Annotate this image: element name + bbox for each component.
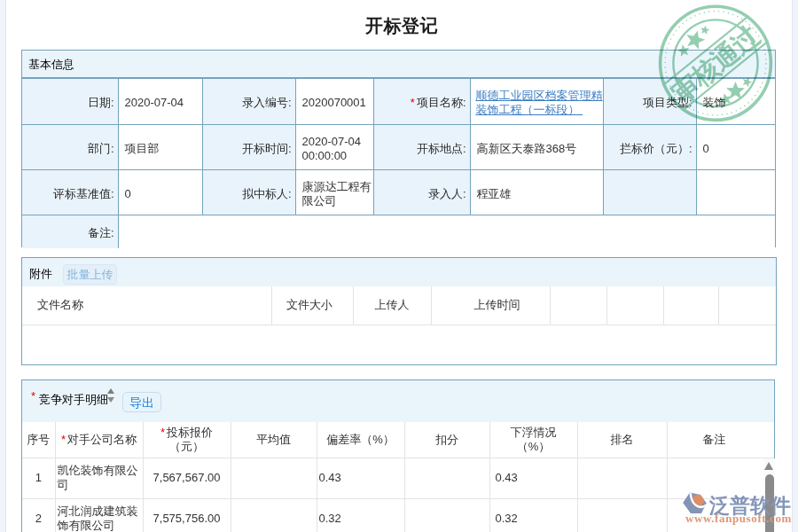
svg-text:审核通过: 审核通过	[666, 20, 765, 108]
